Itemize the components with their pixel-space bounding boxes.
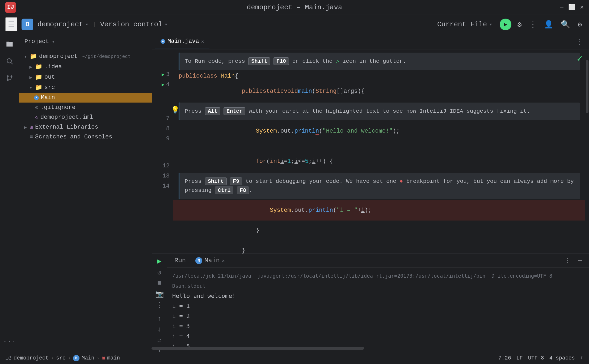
breadcrumb-sep3: › xyxy=(96,355,100,361)
lightbulb-icon: 💡 xyxy=(173,106,179,115)
run-title-label: Run xyxy=(171,255,189,266)
run-scrollbar-track xyxy=(152,347,585,350)
java-tab-icon: ◉ xyxy=(161,39,165,44)
code-line-12: System.out.println("i = " + i); xyxy=(173,200,585,221)
git-push-icon[interactable]: ⬆ xyxy=(580,354,584,362)
tree-item-main[interactable]: M Main xyxy=(19,93,152,103)
activity-search-icon[interactable] xyxy=(3,54,16,68)
project-chevron-icon: ▾ xyxy=(85,21,89,28)
code-line-3: public class Main { xyxy=(173,71,585,81)
tree-item-gitignore[interactable]: ⊘ .gitignore xyxy=(19,103,152,112)
gutter-4: ▶ 4 xyxy=(152,80,170,90)
sidebar-header[interactable]: Project ▾ xyxy=(19,34,152,49)
tree-item-src[interactable]: ▾ 📁 src xyxy=(19,82,152,93)
library-icon: ⊞ xyxy=(30,124,33,130)
hint-debug: Press Shift F9 to start debugging your c… xyxy=(179,173,580,199)
output-i1: i = 1 xyxy=(172,301,584,311)
indent-info[interactable]: 4 spaces xyxy=(549,355,575,361)
tree-item-demoproject[interactable]: ▾ 📁 demoproject ~/git/demoproject xyxy=(19,51,152,62)
cursor-position[interactable]: 7:26 xyxy=(498,355,511,361)
run-more-button[interactable]: ⋮ xyxy=(562,256,572,265)
run-panel-rerun-icon[interactable]: ↺ xyxy=(154,268,165,277)
run-main-tab[interactable]: M Main ✕ xyxy=(192,255,228,266)
hamburger-button[interactable]: ☰ xyxy=(5,17,17,31)
breadcrumb-sep1: › xyxy=(51,355,54,361)
gitignore-icon: ⊘ xyxy=(35,104,38,111)
scratches-icon: ≡ xyxy=(30,134,33,140)
scrollbar-thumb[interactable] xyxy=(586,60,588,113)
svg-point-4 xyxy=(7,75,9,77)
tree-item-out[interactable]: ▶ 📁 out xyxy=(19,72,152,82)
current-file-button[interactable]: Current File ▾ xyxy=(434,18,495,31)
search-toolbar-icon[interactable]: 🔍 xyxy=(559,18,572,31)
tree-item-idea[interactable]: ▶ 📁 .idea xyxy=(19,62,152,72)
run-minimize-button[interactable]: — xyxy=(575,256,585,265)
editor-tabs: ◉ Main.java ✕ ⋮ xyxy=(152,34,589,49)
settings-icon[interactable]: ⚙ xyxy=(576,18,584,31)
breadcrumb-java-icon: M xyxy=(73,355,79,361)
shift-key: Shift xyxy=(248,57,270,65)
close-button[interactable]: ✕ xyxy=(580,4,584,11)
code-line-9: for (int i = 1; i <= 5; i++) { xyxy=(173,151,585,172)
status-bar-right: 7:26 LF UTF-8 4 spaces ⬆ xyxy=(498,354,584,362)
run-panel-camera-icon[interactable]: 📷 xyxy=(154,290,165,298)
run-main: Run M Main ✕ ⋮ — xyxy=(167,254,589,352)
tree-item-iml[interactable]: ◇ demoproject.iml xyxy=(19,112,152,122)
editor-scrollbar[interactable] xyxy=(585,49,589,253)
run-panel-scroll-down-icon[interactable]: ↓ xyxy=(154,325,165,333)
f10-key: F10 xyxy=(274,57,289,65)
run-command-line: /usr/local/jdk-21/bin/java -javaagent:/u… xyxy=(172,271,584,291)
minimize-button[interactable]: — xyxy=(560,4,563,11)
breadcrumb-sep2: › xyxy=(68,355,71,361)
tab-more-button[interactable]: ⋮ xyxy=(573,36,586,47)
run-scrollbar-thumb[interactable] xyxy=(152,347,364,350)
run-panel-wrap-icon[interactable]: ⇌ xyxy=(154,336,165,345)
run-panel-play-icon[interactable]: ▶ xyxy=(154,257,165,265)
breadcrumb-git-icon: ⎇ xyxy=(5,355,11,361)
toolbar-right: Current File ▾ ⚙ ⋮ 👤 🔍 ⚙ xyxy=(434,18,584,31)
app-layout: ☰ D demoproject ▾ | Version control ▾ Cu… xyxy=(0,15,589,364)
profile-icon[interactable]: 👤 xyxy=(542,18,555,31)
tree-arrow-icon: ▾ xyxy=(29,85,33,91)
charset[interactable]: UTF-8 xyxy=(528,355,544,361)
run-panel-scroll-up-icon[interactable]: ↑ xyxy=(154,315,165,323)
build-icon[interactable]: ⚙ xyxy=(516,18,523,31)
run-gutter-icon[interactable]: ▶ xyxy=(162,80,165,90)
file-tree: ▾ 📁 demoproject ~/git/demoproject ▶ 📁 .i… xyxy=(19,49,152,352)
breadcrumb-src[interactable]: src xyxy=(56,355,66,361)
folder-icon: 📁 xyxy=(30,53,37,60)
window-title: demoproject – Main.java xyxy=(247,3,342,11)
project-name-button[interactable]: demoproject ▾ xyxy=(37,20,89,28)
toolbar-separator: | xyxy=(93,21,96,27)
f9-key: F9 xyxy=(230,177,242,185)
activity-folder-icon[interactable] xyxy=(3,37,16,51)
tab-main-java[interactable]: ◉ Main.java ✕ xyxy=(155,34,209,49)
breadcrumb-class[interactable]: Main xyxy=(82,355,94,361)
run-panel-more-icon[interactable]: ⋮ xyxy=(154,301,165,310)
more-options-icon[interactable]: ⋮ xyxy=(528,18,538,31)
run-panel-sidebar: ▶ ↺ ■ 📷 ⋮ ↑ ↓ ⇌ ⤓ ⚠ 🖨 🗑 xyxy=(152,254,167,352)
run-gutter-icon[interactable]: ▶ xyxy=(162,70,165,80)
breadcrumb-method[interactable]: main xyxy=(107,355,120,361)
breadcrumb-project[interactable]: demoproject xyxy=(14,355,49,361)
run-tab-close-icon[interactable]: ✕ xyxy=(222,258,225,264)
version-control-button[interactable]: Version control ▾ xyxy=(100,20,168,28)
code-content[interactable]: To Run code, press Shift F10 or click th… xyxy=(173,49,585,253)
activity-git-icon[interactable] xyxy=(3,71,16,85)
activity-more-icon[interactable]: ··· xyxy=(3,335,16,349)
tree-item-scratches[interactable]: ≡ Scratches and Consoles xyxy=(19,132,152,142)
hint-alt-enter: 💡 Press Alt Enter with your caret at the… xyxy=(179,103,580,120)
maximize-button[interactable]: ⬜ xyxy=(568,4,575,11)
ctrl-key: Ctrl xyxy=(215,187,233,194)
output-i3: i = 3 xyxy=(172,321,584,331)
gutter-7: 7 xyxy=(152,114,170,124)
activity-bar: ··· xyxy=(0,34,19,352)
run-panel-stop-icon[interactable]: ■ xyxy=(154,279,165,287)
code-editor: ▶ 3 ▶ 4 7 8 9 xyxy=(152,49,589,253)
tab-close-icon[interactable]: ✕ xyxy=(201,39,204,44)
run-button[interactable] xyxy=(500,19,511,30)
line-ending[interactable]: LF xyxy=(516,355,523,361)
f8-key: F8 xyxy=(237,187,249,194)
tree-arrow-icon: ▶ xyxy=(29,74,33,80)
tree-item-external[interactable]: ▶ ⊞ External Libraries xyxy=(19,122,152,132)
